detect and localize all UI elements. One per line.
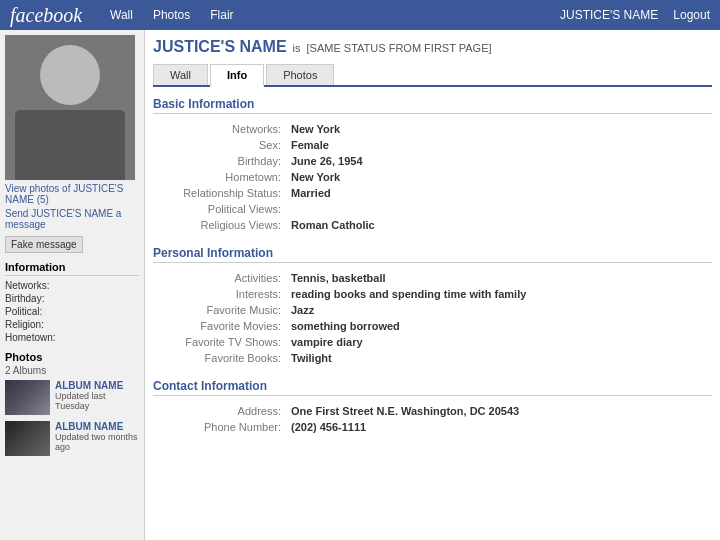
album-info-2: ALBUM NAME Updated two months ago [55,421,139,452]
table-row: Hometown:New York [155,170,710,184]
info-value: New York [287,122,710,136]
info-value: June 26, 1954 [287,154,710,168]
album-item-2[interactable]: ALBUM NAME Updated two months ago [5,421,139,456]
info-label: Relationship Status: [155,186,285,200]
information-section-title: Information [5,261,139,276]
profile-header: JUSTICE'S NAME is [SAME STATUS FROM FIRS… [153,38,712,56]
table-row: Favorite Books:Twilight [155,351,710,365]
info-label: Religious Views: [155,218,285,232]
info-value [287,202,710,216]
info-value: New York [287,170,710,184]
sidebar-religion: Religion: [5,319,139,330]
info-label: Favorite Movies: [155,319,285,333]
top-nav: facebook Wall Photos Flair JUSTICE'S NAM… [0,0,720,30]
info-value: Tennis, basketball [287,271,710,285]
fake-message-button[interactable]: Fake message [5,236,83,253]
send-message-link[interactable]: Send JUSTICE'S NAME a message [5,208,139,230]
info-label: Address: [155,404,285,418]
nav-photos-link[interactable]: Photos [153,8,190,22]
info-label: Favorite Music: [155,303,285,317]
table-row: Favorite TV Shows:vampire diary [155,335,710,349]
info-value: One First Street N.E. Washington, DC 205… [287,404,710,418]
contact-info-section: Contact Information Address:One First St… [153,379,712,436]
basic-info-table: Networks:New YorkSex:FemaleBirthday:June… [153,120,712,234]
info-label: Favorite Books: [155,351,285,365]
table-row: Relationship Status:Married [155,186,710,200]
profile-status-prefix: is [293,42,301,54]
info-value: Jazz [287,303,710,317]
sidebar-political: Political: [5,306,139,317]
album-info-1: ALBUM NAME Updated last Tuesday [55,380,139,411]
table-row: Favorite Music:Jazz [155,303,710,317]
nav-links: Wall Photos Flair [110,8,560,22]
album-updated-1: Updated last Tuesday [55,391,139,411]
nav-flair-link[interactable]: Flair [210,8,233,22]
table-row: Phone Number:(202) 456-1111 [155,420,710,434]
info-value: Married [287,186,710,200]
personal-info-table: Activities:Tennis, basketballInterests:r… [153,269,712,367]
album-thumb-1 [5,380,50,415]
right-content: JUSTICE'S NAME is [SAME STATUS FROM FIRS… [145,30,720,540]
profile-photo [5,35,135,180]
table-row: Sex:Female [155,138,710,152]
info-label: Activities: [155,271,285,285]
tab-wall[interactable]: Wall [153,64,208,85]
info-value: vampire diary [287,335,710,349]
current-user-name: JUSTICE'S NAME [560,8,658,22]
sidebar-hometown: Hometown: [5,332,139,343]
personal-info-title: Personal Information [153,246,712,263]
info-label: Political Views: [155,202,285,216]
album-name-1: ALBUM NAME [55,380,139,391]
table-row: Interests:reading books and spending tim… [155,287,710,301]
table-row: Religious Views:Roman Catholic [155,218,710,232]
nav-wall-link[interactable]: Wall [110,8,133,22]
tab-info[interactable]: Info [210,64,264,87]
sidebar-birthday: Birthday: [5,293,139,304]
info-label: Favorite TV Shows: [155,335,285,349]
left-sidebar: View photos of JUSTICE'S NAME (5) Send J… [0,30,145,540]
logout-link[interactable]: Logout [673,8,710,22]
table-row: Political Views: [155,202,710,216]
profile-name: JUSTICE'S NAME [153,38,287,56]
nav-right: JUSTICE'S NAME Logout [560,8,710,22]
facebook-logo: facebook [10,4,110,27]
table-row: Address:One First Street N.E. Washington… [155,404,710,418]
album-updated-2: Updated two months ago [55,432,139,452]
table-row: Favorite Movies:something borrowed [155,319,710,333]
info-value: (202) 456-1111 [287,420,710,434]
tab-photos[interactable]: Photos [266,64,334,85]
album-thumb-2 [5,421,50,456]
contact-info-title: Contact Information [153,379,712,396]
table-row: Activities:Tennis, basketball [155,271,710,285]
info-label: Hometown: [155,170,285,184]
info-label: Birthday: [155,154,285,168]
profile-status: [SAME STATUS FROM FIRST PAGE] [307,42,492,54]
info-label: Sex: [155,138,285,152]
info-value: Roman Catholic [287,218,710,232]
info-value: reading books and spending time with fam… [287,287,710,301]
basic-info-title: Basic Information [153,97,712,114]
tabs: Wall Info Photos [153,64,712,87]
basic-info-section: Basic Information Networks:New YorkSex:F… [153,97,712,234]
contact-info-table: Address:One First Street N.E. Washington… [153,402,712,436]
photos-section-title: Photos [5,351,139,363]
table-row: Birthday:June 26, 1954 [155,154,710,168]
info-label: Phone Number: [155,420,285,434]
info-value: something borrowed [287,319,710,333]
info-value: Twilight [287,351,710,365]
sidebar-networks: Networks: [5,280,139,291]
album-item-1[interactable]: ALBUM NAME Updated last Tuesday [5,380,139,415]
info-label: Networks: [155,122,285,136]
table-row: Networks:New York [155,122,710,136]
main-layout: View photos of JUSTICE'S NAME (5) Send J… [0,30,720,540]
album-count: 2 Albums [5,365,139,376]
personal-info-section: Personal Information Activities:Tennis, … [153,246,712,367]
info-value: Female [287,138,710,152]
album-name-2: ALBUM NAME [55,421,139,432]
view-photos-link[interactable]: View photos of JUSTICE'S NAME (5) [5,183,139,205]
info-label: Interests: [155,287,285,301]
